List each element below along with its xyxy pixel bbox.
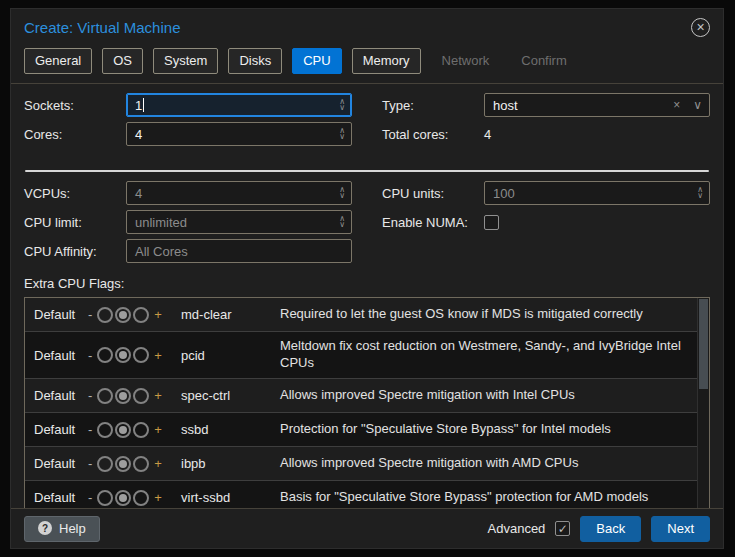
cpu-limit-input[interactable]: unlimited: [126, 210, 352, 234]
chevron-down-icon[interactable]: ∨: [693, 99, 702, 111]
tab-os[interactable]: OS: [102, 48, 143, 74]
tab-disks[interactable]: Disks: [228, 48, 282, 74]
flag-tristate-slider[interactable]: - +: [88, 388, 181, 404]
flag-state: Default: [25, 456, 88, 471]
tab-memory[interactable]: Memory: [352, 48, 421, 74]
clear-icon[interactable]: ×: [673, 99, 680, 111]
slider-dot-off[interactable]: [97, 490, 113, 506]
slider-dot-default[interactable]: [115, 347, 131, 363]
slider-dot-default[interactable]: [115, 422, 131, 438]
advanced-checkbox[interactable]: ✓: [555, 521, 570, 536]
sockets-spinner[interactable]: ∧ ∨: [339, 99, 345, 111]
vcpus-label: VCPUs:: [24, 186, 126, 201]
cpu-units-label: CPU units:: [382, 186, 484, 201]
cpu-limit-label: CPU limit:: [24, 215, 126, 230]
cpu-flag-row[interactable]: Default - + pcid Meltdown fix cost reduc…: [25, 332, 709, 379]
create-vm-dialog: Create: Virtual Machine × General OS Sys…: [10, 8, 724, 549]
cpu-flag-row[interactable]: Default - + ssbd Protection for "Specula…: [25, 413, 709, 447]
spinner-down-icon[interactable]: ∨: [339, 134, 345, 140]
flags-scrollbar[interactable]: [697, 298, 709, 508]
slider-dot-on[interactable]: [133, 347, 149, 363]
tab-cpu[interactable]: CPU: [292, 48, 341, 74]
flag-tristate-slider[interactable]: - +: [88, 347, 181, 363]
slider-minus-icon[interactable]: -: [88, 307, 92, 322]
flag-description: Allows improved Spectre mitigation with …: [280, 455, 709, 472]
slider-minus-icon[interactable]: -: [88, 388, 92, 403]
next-button[interactable]: Next: [651, 516, 710, 542]
cpu-flag-row[interactable]: Default - + virt-ssbd Basis for "Specula…: [25, 481, 709, 508]
sockets-input[interactable]: 1: [126, 93, 352, 117]
slider-minus-icon[interactable]: -: [88, 422, 92, 437]
slider-dot-off[interactable]: [97, 347, 113, 363]
slider-minus-icon[interactable]: -: [88, 348, 92, 363]
cores-input[interactable]: 4: [126, 122, 352, 146]
slider-plus-icon[interactable]: +: [154, 388, 162, 403]
flag-name: pcid: [181, 348, 280, 363]
cpu-units-input[interactable]: 100: [484, 181, 710, 205]
help-button[interactable]: ? Help: [24, 516, 100, 542]
flag-tristate-slider[interactable]: - +: [88, 456, 181, 472]
slider-dot-off[interactable]: [97, 388, 113, 404]
cpu-flag-row[interactable]: Default - + ibpb Allows improved Spectre…: [25, 447, 709, 481]
tab-network: Network: [431, 48, 501, 74]
cpu-affinity-input[interactable]: All Cores: [126, 239, 352, 263]
vcpus-spinner[interactable]: ∧ ∨: [339, 187, 345, 199]
flag-tristate-slider[interactable]: - +: [88, 422, 181, 438]
help-icon: ?: [38, 521, 52, 535]
scrollbar-thumb[interactable]: [699, 299, 708, 389]
slider-dot-off[interactable]: [97, 307, 113, 323]
cpu-units-spinner[interactable]: ∧ ∨: [697, 187, 703, 199]
flag-tristate-slider[interactable]: - +: [88, 490, 181, 506]
extra-cpu-flags-label: Extra CPU Flags:: [24, 276, 710, 291]
slider-minus-icon[interactable]: -: [88, 456, 92, 471]
tab-general[interactable]: General: [24, 48, 92, 74]
vcpus-input[interactable]: 4: [126, 181, 352, 205]
tab-confirm: Confirm: [510, 48, 578, 74]
flag-state: Default: [25, 307, 88, 322]
spinner-down-icon[interactable]: ∨: [697, 193, 703, 199]
slider-dot-on[interactable]: [133, 422, 149, 438]
flag-description: Allows improved Spectre mitigation with …: [280, 387, 709, 404]
cpu-flag-row[interactable]: Default - + md-clear Required to let the…: [25, 298, 709, 332]
slider-dot-on[interactable]: [133, 307, 149, 323]
enable-numa-label: Enable NUMA:: [382, 215, 484, 230]
flag-name: md-clear: [181, 307, 280, 322]
slider-dot-default[interactable]: [115, 307, 131, 323]
close-button[interactable]: ×: [691, 18, 710, 37]
flag-description: Required to let the guest OS know if MDS…: [280, 306, 709, 323]
flag-state: Default: [25, 422, 88, 437]
tab-system[interactable]: System: [153, 48, 218, 74]
spinner-down-icon[interactable]: ∨: [339, 222, 345, 228]
total-cores-label: Total cores:: [382, 127, 484, 142]
enable-numa-checkbox[interactable]: [484, 215, 499, 230]
cores-spinner[interactable]: ∧ ∨: [339, 128, 345, 140]
slider-plus-icon[interactable]: +: [154, 307, 162, 322]
slider-minus-icon[interactable]: -: [88, 490, 92, 505]
slider-dot-off[interactable]: [97, 422, 113, 438]
sockets-label: Sockets:: [24, 98, 126, 113]
flag-tristate-slider[interactable]: - +: [88, 307, 181, 323]
cpu-flag-row[interactable]: Default - + spec-ctrl Allows improved Sp…: [25, 379, 709, 413]
slider-dot-default[interactable]: [115, 490, 131, 506]
flag-description: Protection for "Speculative Store Bypass…: [280, 421, 709, 438]
slider-plus-icon[interactable]: +: [154, 422, 162, 437]
slider-dot-default[interactable]: [115, 456, 131, 472]
slider-plus-icon[interactable]: +: [154, 490, 162, 505]
flag-description: Meltdown fix cost reduction on Westmere,…: [280, 338, 709, 372]
slider-dot-on[interactable]: [133, 388, 149, 404]
total-cores-value: 4: [484, 122, 710, 146]
type-label: Type:: [382, 98, 484, 113]
spinner-down-icon[interactable]: ∨: [339, 193, 345, 199]
slider-plus-icon[interactable]: +: [154, 348, 162, 363]
cpu-limit-spinner[interactable]: ∧ ∨: [339, 216, 345, 228]
slider-plus-icon[interactable]: +: [154, 456, 162, 471]
slider-dot-default[interactable]: [115, 388, 131, 404]
slider-dot-on[interactable]: [133, 456, 149, 472]
flag-state: Default: [25, 388, 88, 403]
slider-dot-off[interactable]: [97, 456, 113, 472]
spinner-down-icon[interactable]: ∨: [339, 105, 345, 111]
dialog-titlebar: Create: Virtual Machine ×: [11, 9, 723, 45]
back-button[interactable]: Back: [580, 516, 641, 542]
cores-label: Cores:: [24, 127, 126, 142]
slider-dot-on[interactable]: [133, 490, 149, 506]
